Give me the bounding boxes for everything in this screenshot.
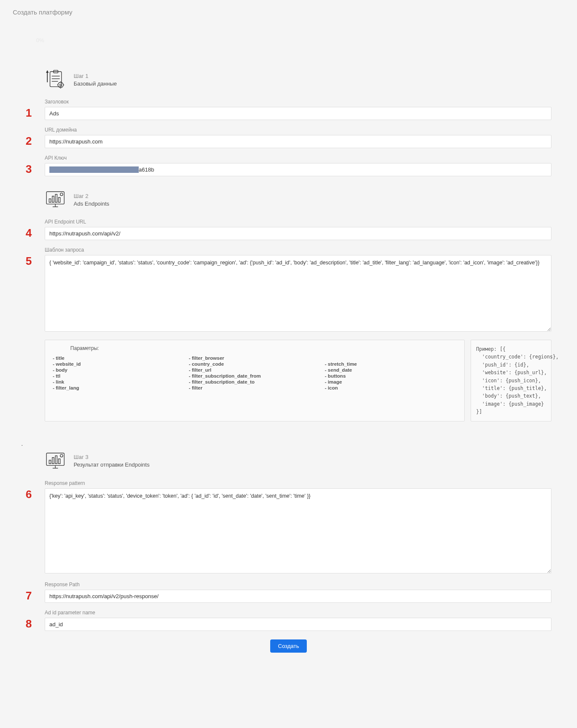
param-item: - filter_browser — [189, 355, 321, 361]
api-key-redacted — [49, 166, 139, 173]
step3-section: Шаг 3 Результат отправки Endpoints 6 Res… — [13, 450, 564, 653]
svg-rect-23 — [49, 460, 51, 463]
progress-label: 0% — [36, 37, 564, 43]
param-item: - stretch_time — [325, 361, 457, 367]
step3-header: Шаг 3 Результат отправки Endpoints — [45, 450, 564, 472]
step2-section: Шаг 2 Ads Endpoints 4 API Endpoint URL 5… — [13, 189, 564, 421]
step1-name: Базовый данные — [74, 80, 117, 87]
label-title: Заголовок — [45, 99, 551, 105]
label-api-endpoint: API Endpoint URL — [45, 219, 551, 225]
marker-8: 8 — [13, 610, 45, 631]
create-button[interactable]: Создать — [270, 639, 306, 653]
svg-rect-17 — [55, 195, 57, 203]
step2-header: Шаг 2 Ads Endpoints — [45, 189, 564, 210]
marker-3: 3 — [13, 155, 45, 176]
step1-num: Шаг 1 — [74, 73, 117, 79]
param-item: - body — [53, 367, 185, 373]
step2-num: Шаг 2 — [74, 193, 109, 199]
svg-rect-25 — [55, 456, 57, 464]
monitor-chart-icon — [45, 189, 66, 210]
response-pattern-textarea[interactable] — [45, 488, 551, 573]
svg-rect-26 — [58, 459, 60, 463]
param-item: - ttl — [53, 373, 185, 378]
api-key-input[interactable]: a618b — [45, 163, 551, 176]
label-response-pattern: Response pattern — [45, 480, 551, 486]
marker-6: 6 — [13, 480, 45, 501]
param-item: - filter_lang — [53, 385, 185, 390]
marker-5: 5 — [13, 247, 45, 268]
params-col-2: - filter_browser- country_code- filter_u… — [189, 355, 321, 391]
domain-url-input[interactable] — [45, 135, 551, 148]
step2-name: Ads Endpoints — [74, 201, 109, 207]
param-item: - buttons — [325, 373, 457, 378]
label-ad-id-param: Ad id parameter name — [45, 610, 551, 616]
label-response-path: Response Path — [45, 582, 551, 588]
response-path-input[interactable] — [45, 590, 551, 603]
svg-point-27 — [60, 454, 63, 457]
param-item: - filter — [189, 385, 321, 390]
params-box: Параметры: - title- website_id- body- tt… — [45, 340, 465, 421]
marker-4: 4 — [13, 219, 45, 240]
step3-name: Результат отправки Endpoints — [74, 461, 149, 468]
param-item: - filter_subscription_date_from — [189, 373, 321, 378]
svg-rect-18 — [58, 198, 60, 202]
svg-point-19 — [60, 193, 63, 195]
ad-id-param-input[interactable] — [45, 618, 551, 631]
step1-section: Шаг 1 Базовый данные 1 Заголовок 2 URL д… — [13, 69, 564, 176]
api-endpoint-input[interactable] — [45, 227, 551, 240]
param-item: - image — [325, 379, 457, 384]
label-domain-url: URL домейна — [45, 127, 551, 133]
param-item: - website_id — [53, 361, 185, 367]
step1-header: Шаг 1 Базовый данные — [45, 69, 564, 90]
marker-1: 1 — [13, 99, 45, 120]
svg-rect-16 — [52, 196, 54, 203]
param-item: - filter_url — [189, 367, 321, 373]
api-key-suffix: a618b — [139, 166, 154, 173]
param-item: - filter_subscription_date_to — [189, 379, 321, 384]
param-item: - title — [53, 355, 185, 361]
param-item: - icon — [325, 385, 457, 390]
param-item: - country_code — [189, 361, 321, 367]
marker-7: 7 — [13, 582, 45, 602]
svg-point-6 — [60, 84, 61, 86]
params-col-3: - stretch_time- send_date- buttons- imag… — [325, 355, 457, 391]
example-box: Пример: [{ 'country_code': {regions}, 'p… — [471, 340, 551, 421]
page-title: Создать платформу — [13, 9, 564, 16]
svg-rect-24 — [52, 457, 54, 464]
param-item: - link — [53, 379, 185, 384]
label-api-key: API Ключ — [45, 155, 551, 161]
dot-separator: . — [21, 441, 564, 447]
svg-rect-15 — [49, 199, 51, 202]
marker-2: 2 — [13, 127, 45, 148]
params-title: Параметры: — [53, 345, 117, 351]
monitor-chart-icon-2 — [45, 450, 66, 472]
step3-num: Шаг 3 — [74, 454, 149, 460]
params-col-1: - title- website_id- body- ttl- link- fi… — [53, 355, 185, 391]
label-request-template: Шаблон запроса — [45, 247, 551, 253]
param-item: - send_date — [325, 367, 457, 373]
title-input[interactable] — [45, 107, 551, 120]
request-template-textarea[interactable] — [45, 255, 551, 332]
clipboard-gear-icon — [45, 69, 66, 90]
